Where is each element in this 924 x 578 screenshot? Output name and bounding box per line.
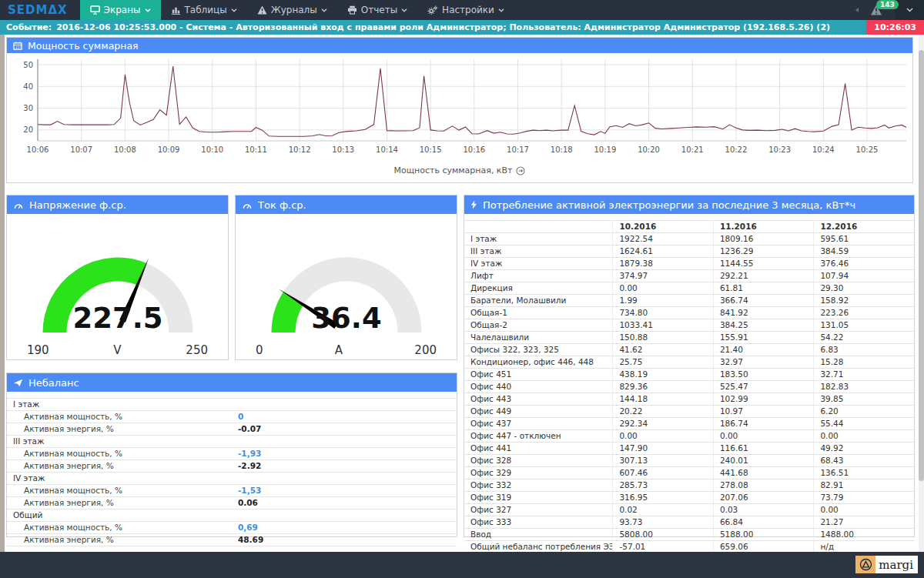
svg-text:10:22: 10:22: [725, 145, 748, 154]
consumption-data-row: Офис 319316.95207.0673.79: [464, 492, 914, 504]
scrollbar-track[interactable]: [919, 35, 924, 552]
chevron-down-icon: [231, 8, 237, 12]
voltage-panel-title: Напряжение ф.ср.: [29, 199, 126, 211]
consumption-panel-header: Потребление активной электроэнергии за п…: [464, 195, 914, 214]
scrollbar-thumb[interactable]: [919, 50, 924, 481]
menu-item-label: Таблицы: [185, 5, 227, 15]
menu-item-label: Настройки: [442, 5, 494, 15]
consumption-data-row: Офисы 322, 323, 32541.6221.406.83: [464, 344, 914, 356]
consumption-data-row: Дирекция0.0061.8129.30: [464, 282, 914, 295]
imbalance-data-row: Активная энергия, %0.06: [7, 497, 457, 510]
sedmax-logo[interactable]: SEDMΔX: [0, 0, 80, 20]
alarms-button[interactable]: 143: [867, 0, 895, 20]
voltage-panel-header: Напряжение ф.ср.: [7, 195, 228, 214]
consumption-data-row: Кондиционер, офис 446, 44825.7532.9715.2…: [464, 356, 914, 369]
chart-legend-label: Мощность суммарная, кВт: [394, 165, 513, 175]
consumption-data-row: Офис 332285.73278.0882.91: [464, 479, 914, 492]
power-panel-header: Мощность суммарная: [7, 38, 912, 53]
gauge-icon: [242, 201, 253, 209]
consumption-data-row: IV этаж1879.381144.55376.46: [464, 258, 914, 270]
svg-text:36.4: 36.4: [311, 302, 381, 335]
chart-legend: Мощность суммарная, кВт: [7, 165, 912, 175]
svg-text:10:21: 10:21: [681, 145, 704, 154]
imbalance-group-row: III этаж: [7, 436, 457, 448]
event-text: 2016-12-06 10:25:53.000 - Система - Авто…: [56, 22, 830, 32]
svg-text:50: 50: [23, 61, 33, 69]
menu-item-label: Журналы: [271, 5, 317, 15]
gauge-unit-label: V: [113, 343, 121, 357]
imbalance-data-row: Активная энергия, %-2.92: [7, 460, 457, 473]
imbalance-data-row: Активная мощность, %-1,93: [7, 448, 457, 460]
gauge-max-label: 250: [186, 343, 208, 357]
imbalance-data-row: Активная энергия, %-0.07: [7, 423, 457, 436]
collapse-left-icon[interactable]: [847, 7, 867, 13]
send-icon: [13, 379, 23, 387]
consumption-header-row: 10.201611.201612.2016: [464, 221, 914, 233]
menu-item-tables[interactable]: Таблицы: [161, 0, 247, 20]
imbalance-panel-header: Небаланс: [7, 373, 457, 392]
margi-triangle-icon: [855, 556, 875, 573]
consumption-data-row: Офис 328307.13240.0168.43: [464, 455, 914, 467]
consumption-panel: Потребление активной электроэнергии за п…: [464, 195, 915, 537]
svg-text:10:25: 10:25: [856, 145, 879, 154]
svg-text:20: 20: [23, 125, 33, 134]
svg-text:10:14: 10:14: [376, 145, 398, 154]
bar-chart-icon: [171, 5, 181, 15]
svg-text:30: 30: [23, 104, 33, 112]
consumption-data-row: Офис 3270.020.030.00: [464, 504, 914, 516]
voltage-gauge-panel: Напряжение ф.ср. 227.5 190 V 250: [6, 195, 229, 360]
consumption-data-row: Чалелашвили150.88155.9154.22: [464, 332, 914, 344]
chevron-down-icon: [401, 8, 407, 12]
gauge-max-label: 200: [414, 343, 437, 357]
current-gauge: 36.4 0 A 200: [236, 214, 457, 357]
margi-logo[interactable]: margi: [855, 556, 918, 573]
lightning-icon: [470, 200, 477, 209]
consumption-data-row: Офис 44920.2210.976.20: [464, 406, 914, 418]
consumption-data-row: Офис 33393.7366.8421.27: [464, 516, 914, 529]
consumption-data-row: Офис 441147.90116.6149.92: [464, 443, 914, 455]
printer-icon: [347, 5, 357, 15]
alarm-count-badge[interactable]: 143: [876, 0, 899, 9]
svg-text:10:24: 10:24: [812, 145, 835, 154]
consumption-data-row: I этаж1922.541809.16595.61: [464, 233, 914, 246]
imbalance-data-row: Активная мощность, %0,69: [7, 522, 457, 534]
menu-item-journals[interactable]: Журналы: [247, 0, 337, 20]
legend-toggle-icon[interactable]: [516, 166, 525, 175]
power-chart: 2030405010:0610:0710:0810:0910:1010:1110…: [7, 53, 912, 175]
consumption-data-row: Баратели, Молашвили1.99366.74158.92: [464, 295, 914, 307]
navbar: SEDMΔX ЭкраныТаблицыЖурналыОтчетыНастрой…: [0, 0, 924, 20]
menu-item-screens[interactable]: Экраны: [80, 0, 161, 20]
menu-item-reports[interactable]: Отчеты: [337, 0, 417, 20]
calendar-icon: [13, 42, 22, 50]
svg-text:10:15: 10:15: [420, 145, 442, 154]
imbalance-table: I этажАктивная мощность, %0Активная энер…: [7, 398, 457, 546]
consumption-data-row: Лифт374.97292.21107.94: [464, 270, 914, 282]
imbalance-data-row: Активная мощность, %0: [7, 411, 457, 423]
svg-text:10:20: 10:20: [638, 145, 660, 154]
chevron-down-icon: [498, 8, 504, 12]
consumption-data-row: Общая-1734.80841.92223.26: [464, 307, 914, 319]
consumption-data-row: Офис 437292.34186.7455.44: [464, 418, 914, 430]
navbar-menu: ЭкраныТаблицыЖурналыОтчетыНастройки: [80, 0, 514, 20]
svg-text:10:06: 10:06: [27, 145, 49, 154]
gauge-unit-label: A: [335, 343, 343, 357]
footer-bar: margi: [0, 552, 924, 578]
svg-text:10:09: 10:09: [158, 145, 180, 154]
current-gauge-labels: 0 A 200: [236, 343, 457, 357]
current-panel-header: Ток ф.ср.: [236, 195, 457, 214]
chevron-down-icon: [906, 8, 913, 12]
gears-icon: [427, 5, 438, 15]
svg-text:10:16: 10:16: [463, 145, 485, 154]
gauge-min-label: 0: [256, 343, 263, 357]
svg-text:10:19: 10:19: [594, 145, 616, 154]
consumption-panel-title: Потребление активной электроэнергии за п…: [483, 199, 855, 211]
current-gauge-panel: Ток ф.ср. 36.4 0 A 200: [235, 195, 457, 360]
chevron-down-icon: [145, 8, 151, 12]
consumption-data-row: Ввод5808.005188.001488.00: [464, 529, 914, 541]
imbalance-group-row: IV этаж: [7, 473, 457, 485]
user-menu-button[interactable]: [895, 0, 924, 20]
imbalance-group-row: I этаж: [7, 399, 457, 411]
menu-item-settings[interactable]: Настройки: [417, 0, 514, 20]
svg-text:10:11: 10:11: [245, 145, 267, 154]
svg-text:10:18: 10:18: [551, 145, 573, 154]
